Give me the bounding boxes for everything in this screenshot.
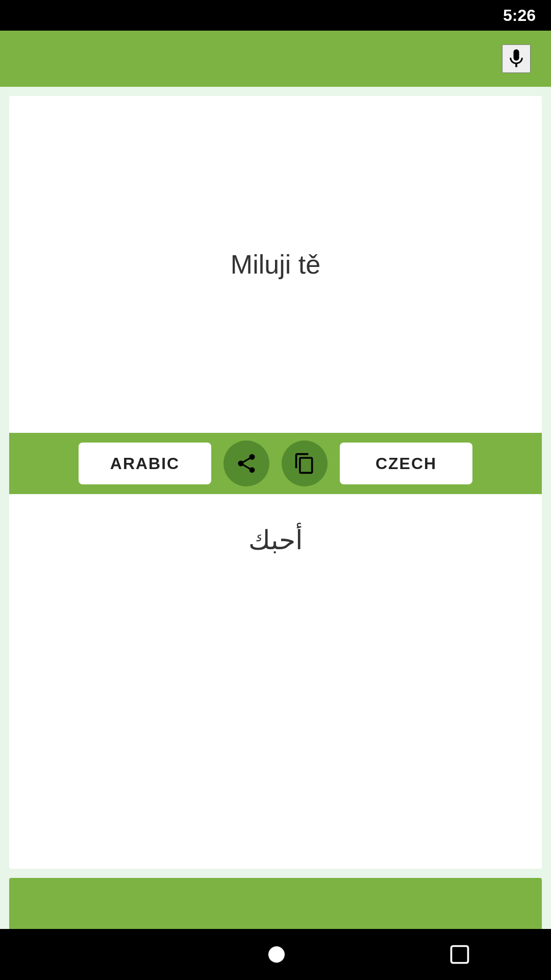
bottom-green-bar bbox=[9, 878, 542, 929]
back-button[interactable] bbox=[80, 942, 105, 967]
status-time: 5:26 bbox=[503, 6, 536, 25]
airplane-icon bbox=[452, 6, 470, 24]
target-language-button[interactable]: CZECH bbox=[340, 443, 472, 484]
source-language-button[interactable]: ARABIC bbox=[79, 443, 211, 484]
sd-card-icon bbox=[70, 6, 89, 24]
message-icon bbox=[15, 6, 34, 24]
translation-panel[interactable]: أحبك bbox=[9, 494, 542, 869]
source-panel[interactable]: Miluji tě bbox=[9, 96, 542, 433]
share-button[interactable] bbox=[223, 440, 269, 486]
app-toolbar bbox=[0, 31, 551, 87]
source-text: Miluji tě bbox=[220, 239, 331, 290]
status-bar: 5:26 bbox=[0, 0, 551, 31]
svg-rect-1 bbox=[452, 946, 468, 963]
battery-icon bbox=[478, 6, 496, 24]
home-button[interactable] bbox=[264, 942, 289, 967]
nav-bar bbox=[0, 929, 551, 980]
translated-text: أحبك bbox=[248, 525, 303, 555]
status-icons-left bbox=[15, 6, 116, 24]
main-content: Miluji tě ARABIC CZECH أحبك bbox=[0, 87, 551, 929]
copy-button[interactable] bbox=[282, 440, 328, 486]
gmail-icon bbox=[43, 6, 61, 24]
status-icons-right: 5:26 bbox=[452, 6, 536, 25]
svg-point-0 bbox=[268, 946, 285, 963]
microphone-button[interactable] bbox=[502, 44, 531, 73]
task-icon bbox=[98, 6, 116, 24]
controls-bar: ARABIC CZECH bbox=[9, 433, 542, 494]
recents-button[interactable] bbox=[448, 943, 471, 966]
